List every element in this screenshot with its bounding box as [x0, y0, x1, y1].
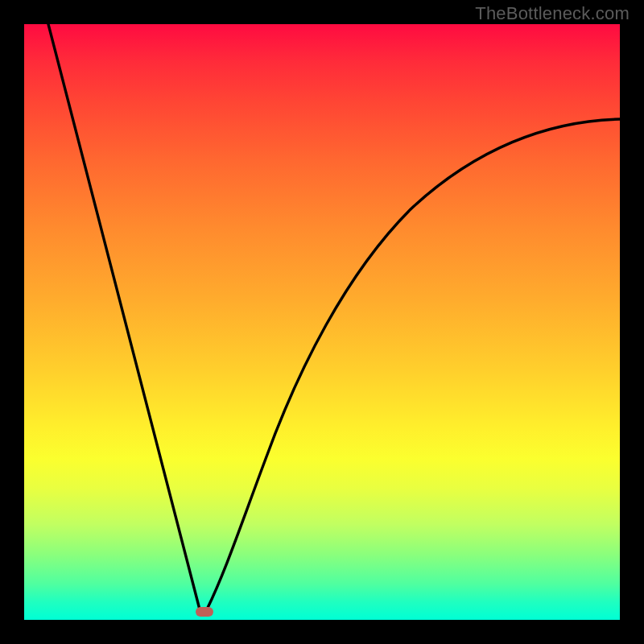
optimal-point-marker	[196, 607, 213, 617]
plot-area	[24, 24, 620, 620]
chart-container: TheBottleneck.com	[0, 0, 644, 644]
curve-svg	[24, 24, 620, 620]
watermark-text: TheBottleneck.com	[475, 3, 630, 24]
performance-curve	[48, 24, 620, 609]
